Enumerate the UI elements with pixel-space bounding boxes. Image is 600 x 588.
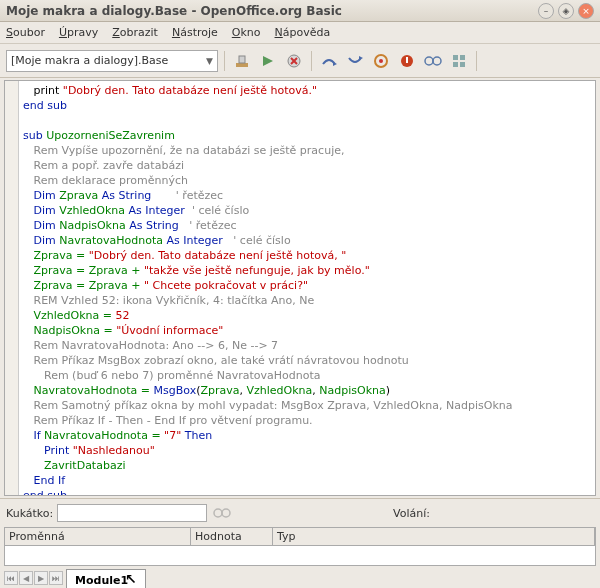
- toolbar: [Moje makra a dialogy].Base ▼: [0, 44, 600, 78]
- menu-zobrazit[interactable]: Zobrazit: [112, 26, 158, 39]
- run-icon[interactable]: [257, 50, 279, 72]
- tab-first-icon[interactable]: ⏮: [4, 571, 18, 585]
- module-tabs: ⏮ ◀ ▶ ⏭ Module1↖: [0, 568, 600, 588]
- menu-nastroje[interactable]: Nástroje: [172, 26, 218, 39]
- step-over-icon[interactable]: [318, 50, 340, 72]
- tab-module1[interactable]: Module1↖: [66, 569, 146, 588]
- watch-headers: Proměnná Hodnota Typ: [4, 527, 596, 546]
- menu-napoveda[interactable]: Nápověda: [275, 26, 331, 39]
- minimize-button[interactable]: –: [538, 3, 554, 19]
- watch-icon[interactable]: [422, 50, 444, 72]
- col-variable[interactable]: Proměnná: [5, 528, 191, 545]
- breakpoint-icon[interactable]: [396, 50, 418, 72]
- library-selector[interactable]: [Moje makra a dialogy].Base ▼: [6, 50, 218, 72]
- watch-input[interactable]: [57, 504, 207, 522]
- close-button[interactable]: ×: [578, 3, 594, 19]
- maximize-button[interactable]: ◈: [558, 3, 574, 19]
- code-editor[interactable]: print "Dobrý den. Tato databáze není ješ…: [4, 80, 596, 496]
- col-type[interactable]: Typ: [273, 528, 595, 545]
- code-content: print "Dobrý den. Tato databáze není ješ…: [23, 83, 513, 496]
- svg-marker-2: [263, 56, 273, 66]
- svg-point-13: [433, 57, 441, 65]
- step-into-icon[interactable]: [344, 50, 366, 72]
- svg-rect-11: [406, 57, 408, 63]
- watch-body: [4, 546, 596, 566]
- menu-soubor[interactable]: Soubor: [6, 26, 45, 39]
- svg-rect-0: [236, 63, 248, 67]
- glasses-icon[interactable]: [211, 502, 233, 524]
- titlebar: Moje makra a dialogy.Base - OpenOffice.o…: [0, 0, 600, 22]
- watch-panel: Kukátko: Volání:: [0, 498, 600, 527]
- menu-okno[interactable]: Okno: [232, 26, 261, 39]
- col-value[interactable]: Hodnota: [191, 528, 273, 545]
- catalog-icon[interactable]: [448, 50, 470, 72]
- chevron-down-icon: ▼: [206, 56, 213, 66]
- window-title: Moje makra a dialogy.Base - OpenOffice.o…: [6, 4, 534, 18]
- svg-point-18: [214, 509, 222, 517]
- step-out-icon[interactable]: [370, 50, 392, 72]
- gutter: [5, 81, 19, 495]
- compile-icon[interactable]: [231, 50, 253, 72]
- svg-point-12: [425, 57, 433, 65]
- stop-icon[interactable]: [283, 50, 305, 72]
- tab-last-icon[interactable]: ⏭: [49, 571, 63, 585]
- separator: [224, 51, 225, 71]
- watch-label: Kukátko:: [6, 507, 53, 520]
- svg-rect-1: [239, 56, 245, 63]
- svg-rect-17: [460, 62, 465, 67]
- cursor-icon: ↖: [125, 571, 137, 587]
- svg-rect-15: [460, 55, 465, 60]
- tab-next-icon[interactable]: ▶: [34, 571, 48, 585]
- library-name: [Moje makra a dialogy].Base: [11, 54, 168, 67]
- separator: [311, 51, 312, 71]
- svg-point-9: [379, 59, 383, 63]
- menubar: Soubor Úpravy Zobrazit Nástroje Okno Náp…: [0, 22, 600, 44]
- menu-upravy[interactable]: Úpravy: [59, 26, 98, 39]
- svg-rect-16: [453, 62, 458, 67]
- separator: [476, 51, 477, 71]
- call-label: Volání:: [393, 507, 430, 520]
- tab-prev-icon[interactable]: ◀: [19, 571, 33, 585]
- svg-point-19: [222, 509, 230, 517]
- svg-rect-14: [453, 55, 458, 60]
